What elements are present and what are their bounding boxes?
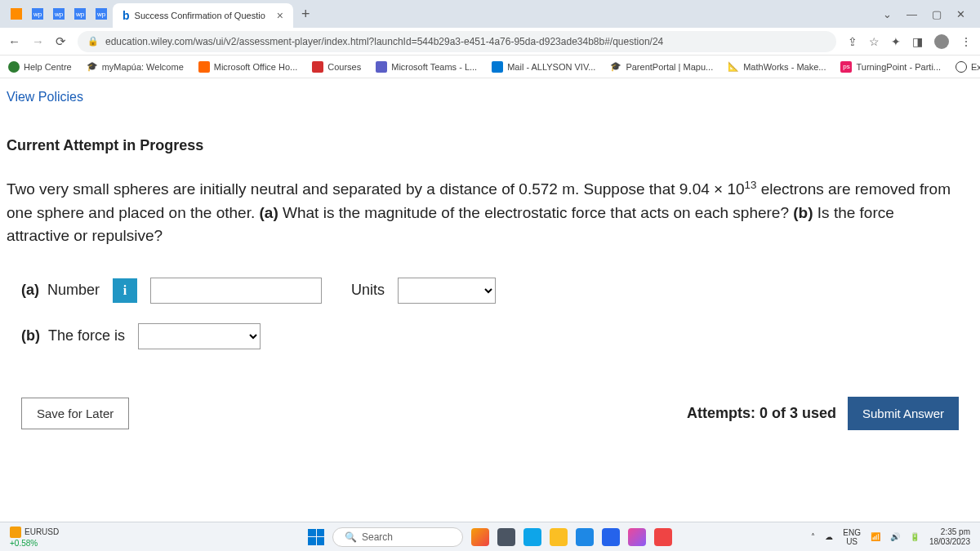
taskbar-app-5[interactable] bbox=[576, 528, 594, 546]
page-content: View Policies Current Attempt in Progres… bbox=[0, 78, 980, 430]
bookmark-github[interactable]: Explore GitHub bbox=[956, 61, 980, 73]
bookmark-courses[interactable]: Courses bbox=[312, 61, 361, 73]
bookmark-label: Explore GitHub bbox=[971, 62, 980, 72]
submit-answer-button[interactable]: Submit Answer bbox=[848, 397, 959, 430]
tab-pinned-4[interactable]: wp bbox=[70, 4, 90, 24]
taskbar-app-4[interactable] bbox=[550, 528, 568, 546]
taskbar-app-6[interactable] bbox=[602, 528, 620, 546]
close-window-icon[interactable]: ✕ bbox=[956, 8, 965, 20]
mathworks-icon: 📐 bbox=[728, 61, 739, 73]
tray-chevron-icon[interactable]: ˄ bbox=[811, 532, 815, 541]
part-b-label: (b) bbox=[793, 204, 813, 221]
wiley-favicon-icon: b bbox=[122, 9, 130, 22]
clock[interactable]: 2:35 pm18/03/2023 bbox=[929, 527, 970, 547]
close-icon[interactable]: × bbox=[277, 9, 283, 22]
teams-icon bbox=[376, 61, 387, 73]
force-label: The force is bbox=[48, 327, 125, 344]
language-indicator[interactable]: ENGUS bbox=[843, 528, 861, 546]
taskbar-stock-widget[interactable]: EURUSD +0.58% bbox=[10, 527, 59, 548]
bookmark-office[interactable]: Microsoft Office Ho... bbox=[198, 61, 298, 73]
start-button[interactable] bbox=[308, 529, 324, 545]
exponent: 13 bbox=[745, 179, 757, 191]
lock-icon: 🔒 bbox=[87, 36, 99, 47]
reload-button[interactable]: ⟳ bbox=[56, 34, 66, 49]
bookmark-label: Courses bbox=[327, 62, 361, 72]
github-icon bbox=[956, 61, 967, 73]
puzzle-icon[interactable]: ✦ bbox=[891, 35, 901, 48]
mapua-icon: 🎓 bbox=[87, 61, 98, 73]
stock-symbol: EURUSD bbox=[24, 527, 59, 536]
force-select[interactable] bbox=[138, 323, 261, 349]
back-button[interactable]: ← bbox=[8, 34, 20, 48]
bookmark-mail[interactable]: Mail - ALLYSON VIV... bbox=[492, 61, 595, 73]
tab-pinned-3[interactable]: wp bbox=[49, 4, 69, 24]
office-icon bbox=[198, 61, 210, 73]
bookmark-label: TurningPoint - Parti... bbox=[856, 62, 941, 72]
side-panel-icon[interactable]: ◨ bbox=[912, 35, 923, 48]
url-input[interactable]: 🔒 education.wiley.com/was/ui/v2/assessme… bbox=[78, 31, 836, 52]
part-b-marker: (b) bbox=[21, 327, 40, 344]
wp-icon: wp bbox=[96, 8, 107, 20]
globe-icon bbox=[8, 61, 20, 73]
bookmark-turningpoint[interactable]: psTurningPoint - Parti... bbox=[840, 61, 941, 73]
lang-bot: US bbox=[846, 537, 858, 546]
wp-icon: wp bbox=[32, 8, 43, 20]
tray-cloud-icon[interactable]: ☁ bbox=[825, 532, 833, 541]
menu-icon[interactable]: ⋮ bbox=[960, 35, 972, 48]
taskbar-app-3[interactable] bbox=[523, 528, 541, 546]
question-fragment: What is the magnitude of the electrostat… bbox=[278, 204, 794, 221]
bookmark-label: Mail - ALLYSON VIV... bbox=[507, 62, 595, 72]
wp-icon: wp bbox=[53, 8, 65, 20]
battery-icon[interactable]: 🔋 bbox=[910, 532, 920, 541]
taskbar-app-2[interactable] bbox=[497, 528, 515, 546]
units-label: Units bbox=[351, 282, 385, 299]
view-policies-link[interactable]: View Policies bbox=[7, 90, 973, 104]
chevron-down-icon[interactable]: ⌄ bbox=[883, 8, 892, 20]
taskbar-app-1[interactable] bbox=[471, 528, 489, 546]
save-for-later-button[interactable]: Save for Later bbox=[21, 398, 129, 429]
number-input[interactable] bbox=[150, 278, 322, 304]
maximize-icon[interactable]: ▢ bbox=[932, 8, 942, 20]
browser-tab-strip: wp wp wp wp b Success Confirmation of Qu… bbox=[0, 0, 980, 28]
lang-top: ENG bbox=[843, 528, 861, 537]
orange-square-icon bbox=[11, 8, 22, 20]
tab-pinned-2[interactable]: wp bbox=[28, 4, 47, 24]
windows-taskbar: EURUSD +0.58% 🔍Search ˄ ☁ ENGUS 📶 🔊 🔋 2:… bbox=[0, 522, 980, 551]
bookmark-label: Microsoft Teams - L... bbox=[391, 62, 477, 72]
tab-pinned-1[interactable] bbox=[7, 4, 26, 24]
bookmark-mymapua[interactable]: 🎓myMapúa: Welcome bbox=[87, 61, 184, 73]
tab-pinned-5[interactable]: wp bbox=[91, 4, 111, 24]
section-title: Current Attempt in Progress bbox=[7, 137, 973, 154]
bookmark-mathworks[interactable]: 📐MathWorks - Make... bbox=[728, 61, 826, 73]
profile-avatar-icon[interactable] bbox=[934, 34, 949, 49]
number-label: Number bbox=[47, 282, 100, 298]
taskbar-search[interactable]: 🔍Search bbox=[332, 527, 463, 547]
taskbar-app-8[interactable] bbox=[654, 528, 672, 546]
part-a-marker: (a) bbox=[21, 282, 39, 298]
search-icon: 🔍 bbox=[345, 531, 357, 543]
turningpoint-icon: ps bbox=[840, 61, 852, 73]
bookmark-teams[interactable]: Microsoft Teams - L... bbox=[376, 61, 477, 73]
stock-change: +0.58% bbox=[10, 539, 59, 548]
outlook-icon bbox=[492, 61, 503, 73]
bookmark-label: Microsoft Office Ho... bbox=[214, 62, 298, 72]
parent-portal-icon: 🎓 bbox=[610, 61, 621, 73]
stock-icon bbox=[10, 527, 21, 538]
url-text: education.wiley.com/was/ui/v2/assessment… bbox=[105, 36, 663, 47]
tab-active[interactable]: b Success Confirmation of Questio × bbox=[113, 3, 293, 28]
answer-row-a: (a)Number i Units bbox=[7, 278, 973, 304]
volume-icon[interactable]: 🔊 bbox=[890, 532, 900, 541]
share-icon[interactable]: ⇪ bbox=[848, 35, 858, 48]
bookmark-parent-portal[interactable]: 🎓ParentPortal | Mapu... bbox=[610, 61, 713, 73]
taskbar-app-7[interactable] bbox=[628, 528, 646, 546]
new-tab-button[interactable]: + bbox=[301, 6, 310, 23]
star-icon[interactable]: ☆ bbox=[869, 35, 880, 48]
wifi-icon[interactable]: 📶 bbox=[871, 532, 880, 541]
units-select[interactable] bbox=[398, 278, 496, 304]
forward-button[interactable]: → bbox=[32, 34, 44, 48]
bookmark-help-centre[interactable]: Help Centre bbox=[8, 61, 72, 73]
minimize-icon[interactable]: — bbox=[906, 8, 917, 20]
address-bar: ← → ⟳ 🔒 education.wiley.com/was/ui/v2/as… bbox=[0, 28, 980, 56]
info-button[interactable]: i bbox=[113, 278, 137, 303]
tab-title: Success Confirmation of Questio bbox=[135, 11, 265, 20]
